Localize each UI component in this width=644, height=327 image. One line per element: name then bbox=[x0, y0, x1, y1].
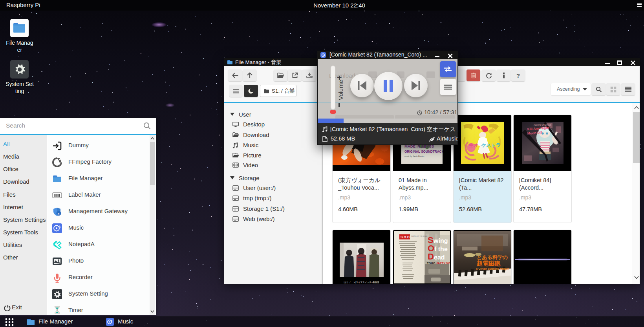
svg-text:f the: f the bbox=[434, 246, 448, 252]
svg-text:とある科学の: とある科学の bbox=[477, 254, 508, 260]
svg-text:ケストラ: ケストラ bbox=[481, 142, 501, 148]
svg-text:SWING OF THE DEAD: SWING OF THE DEAD bbox=[411, 235, 428, 237]
svg-text:e: e bbox=[57, 212, 59, 216]
svg-text:S O D: S O D bbox=[401, 235, 410, 239]
svg-text:空オ: 空オ bbox=[469, 142, 478, 148]
svg-text:ACCORD ON CODES: ACCORD ON CODES bbox=[534, 124, 551, 126]
svg-text:D: D bbox=[428, 252, 434, 261]
svg-text:ORIGINAL SOUNDTRACK: ORIGINAL SOUNDTRACK bbox=[404, 150, 443, 153]
svg-text:music by Kevin Penkin: music by Kevin Penkin bbox=[404, 155, 424, 157]
svg-text:超電磁砲: 超電磁砲 bbox=[476, 260, 501, 267]
svg-text:ead: ead bbox=[434, 254, 445, 261]
svg-text:TOHO JAZZY VOCAL: TOHO JAZZY VOCAL bbox=[427, 261, 450, 265]
svg-text:wing: wing bbox=[433, 237, 448, 244]
svg-text:A Certain Scientific Railgun: A Certain Scientific Railgun bbox=[476, 267, 509, 270]
